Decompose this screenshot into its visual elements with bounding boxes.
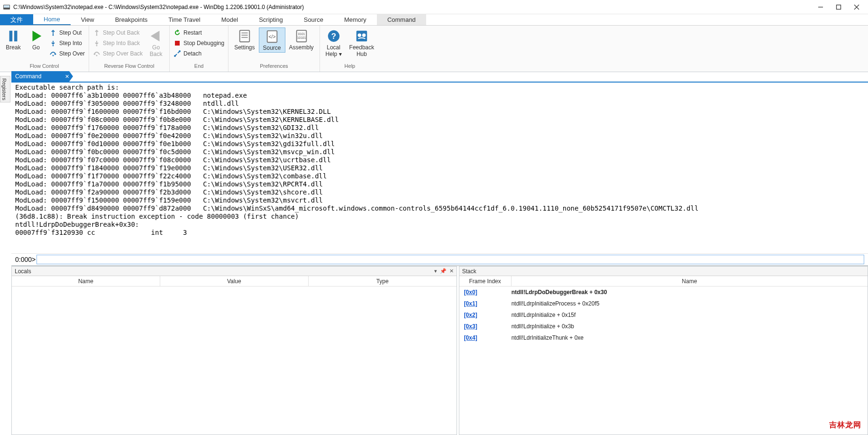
stack-frame-index[interactable]: [0x0] [459, 289, 507, 296]
assembly-button[interactable]: 010110101 Assembly [285, 28, 318, 52]
stack-row[interactable]: [0x2]ntdll!LdrpInitialize + 0x15f [459, 309, 868, 321]
stepoverback-icon [93, 50, 101, 57]
svg-point-20 [174, 55, 176, 57]
flow-group-label: Flow Control [2, 63, 87, 72]
localhelp-label: Local Help ▾ [326, 44, 342, 57]
svg-rect-1 [4, 5, 9, 8]
assembly-icon: 010110101 [294, 28, 309, 44]
svg-point-16 [96, 55, 98, 56]
stack-frame-index[interactable]: [0x2] [459, 312, 507, 318]
locals-title: Locals [15, 268, 31, 275]
goback-button: Go Back [145, 28, 167, 58]
svg-point-12 [53, 55, 54, 56]
command-panel-title[interactable]: Command ✕ [11, 71, 73, 82]
stack-frame-index[interactable]: [0x4] [459, 334, 507, 341]
locals-col-type[interactable]: Type [309, 276, 457, 286]
svg-rect-7 [14, 31, 18, 42]
stack-col-name[interactable]: Name [512, 276, 868, 286]
tab-memory[interactable]: Memory [334, 14, 377, 25]
svg-rect-19 [175, 41, 180, 46]
svg-point-13 [96, 35, 98, 36]
command-input-row: 0:000> [11, 253, 868, 266]
svg-marker-17 [151, 31, 160, 42]
command-panel-close-icon[interactable]: ✕ [65, 74, 69, 80]
stepoutback-label: Step Out Back [103, 29, 139, 36]
locals-close-icon[interactable]: ✕ [449, 268, 454, 274]
tab-scripting[interactable]: Scripting [248, 14, 293, 25]
stepoutback-icon [93, 29, 101, 37]
command-input[interactable] [37, 255, 864, 264]
break-button[interactable]: Break [2, 28, 25, 52]
locals-col-name[interactable]: Name [12, 276, 160, 286]
tab-source[interactable]: Source [293, 14, 334, 25]
stop-button[interactable]: Stop Debugging [172, 38, 226, 48]
stepout-icon [49, 29, 57, 37]
stepover-button[interactable]: Step Over [47, 48, 87, 59]
tab-breakpoints[interactable]: Breakpoints [105, 14, 158, 25]
command-panel-label: Command [15, 73, 41, 80]
svg-point-9 [53, 35, 54, 36]
stepinto-button[interactable]: Step Into [47, 38, 87, 48]
maximize-button[interactable] [834, 2, 843, 12]
locals-pin-icon[interactable]: 📌 [440, 268, 447, 274]
stack-frame-index[interactable]: [0x1] [459, 300, 507, 307]
goback-label: Go Back [150, 44, 163, 57]
tab-timetravel[interactable]: Time Travel [158, 14, 210, 25]
tab-command[interactable]: Command [377, 14, 426, 25]
restart-icon [174, 29, 181, 37]
stepout-button[interactable]: Step Out [47, 28, 87, 38]
tab-file[interactable]: 文件 [0, 14, 33, 25]
ribbon-group-flow: Break Go Step Out Step Into Step Over [0, 26, 89, 72]
stack-frame-name: ntdll!LdrpDoDebuggerBreak + 0x30 [507, 289, 868, 296]
go-button[interactable]: Go [25, 28, 47, 52]
stack-col-frame[interactable]: Frame Index [459, 276, 512, 286]
svg-point-21 [179, 50, 181, 52]
stepoutback-button: Step Out Back [91, 28, 145, 38]
stack-row[interactable]: [0x3]ntdll!LdrpInitialize + 0x3b [459, 321, 868, 332]
stack-row[interactable]: [0x0]ntdll!LdrpDoDebuggerBreak + 0x30 [459, 287, 868, 298]
registers-tab[interactable]: Registers [0, 76, 10, 102]
break-label: Break [6, 44, 20, 51]
stepout-label: Step Out [59, 29, 82, 36]
locals-dropdown-icon[interactable]: ▾ [434, 268, 437, 274]
feedback-label: Feedback Hub [349, 44, 375, 57]
ribbon-tabs: 文件 Home View Breakpoints Time Travel Mod… [0, 14, 868, 26]
stepintoback-button: Step Into Back [91, 38, 145, 48]
locals-col-value[interactable]: Value [160, 276, 309, 286]
detach-icon [174, 50, 181, 57]
svg-rect-6 [9, 31, 13, 42]
locals-table-body [12, 287, 457, 435]
settings-label: Settings [234, 44, 255, 51]
stack-title: Stack [462, 268, 476, 275]
stack-frame-name: ntdll!LdrpInitialize + 0x3b [507, 323, 868, 330]
go-label: Go [32, 44, 40, 51]
settings-button[interactable]: Settings [230, 28, 258, 52]
tab-home[interactable]: Home [33, 14, 71, 25]
svg-marker-18 [177, 29, 179, 32]
stack-frame-name: ntdll!LdrpInitializeProcess + 0x20f5 [507, 300, 868, 307]
stack-frame-name: ntdll!LdrpInitialize + 0x15f [507, 312, 868, 318]
tab-model[interactable]: Model [211, 14, 248, 25]
detach-button[interactable]: Detach [172, 48, 226, 59]
close-button[interactable] [852, 2, 861, 12]
svg-point-35 [362, 33, 366, 37]
source-pref-label: Source [263, 45, 281, 51]
localhelp-button[interactable]: ? Local Help ▾ [322, 28, 346, 58]
stack-row[interactable]: [0x4]ntdll!LdrInitializeThunk + 0xe [459, 332, 868, 343]
stepoverback-label: Step Over Back [103, 50, 143, 57]
play-icon [28, 28, 44, 44]
stack-frame-index[interactable]: [0x3] [459, 323, 507, 330]
command-prompt: 0:000> [15, 256, 36, 263]
minimize-button[interactable] [816, 2, 825, 12]
svg-text:10101: 10101 [297, 36, 306, 39]
feedback-button[interactable]: Feedback Hub [346, 28, 378, 58]
stack-row[interactable]: [0x1]ntdll!LdrpInitializeProcess + 0x20f… [459, 298, 868, 309]
source-pref-button[interactable]: </> Source [259, 28, 285, 53]
svg-text:?: ? [331, 32, 336, 41]
restart-button[interactable]: Restart [172, 28, 226, 38]
stop-label: Stop Debugging [183, 40, 224, 46]
stepover-icon [49, 50, 57, 57]
assembly-label: Assembly [289, 44, 314, 51]
stepover-label: Step Over [59, 50, 85, 57]
tab-view[interactable]: View [71, 14, 105, 25]
